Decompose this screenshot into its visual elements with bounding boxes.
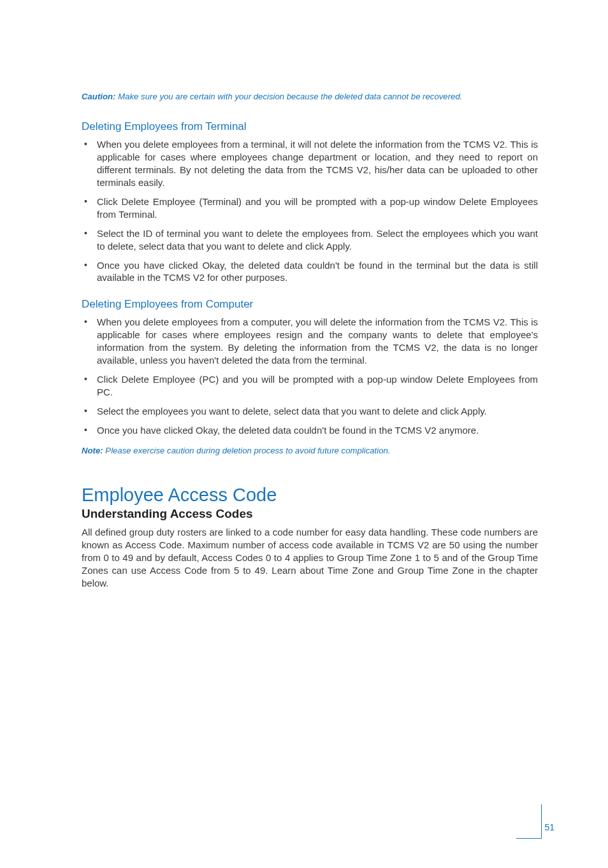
section1-title: Deleting Employees from Terminal [82, 120, 538, 133]
list-item: Click Delete Employee (PC) and you will … [82, 373, 538, 399]
list-item: Once you have clicked Okay, the deleted … [82, 259, 538, 285]
page-decoration [516, 838, 542, 839]
page-number: 51 [544, 822, 554, 832]
list-item: Once you have clicked Okay, the deleted … [82, 424, 538, 437]
list-item: Select the ID of terminal you want to de… [82, 227, 538, 253]
caution-text: Make sure you are certain with your deci… [115, 92, 462, 101]
body-paragraph: All defined group duty rosters are linke… [82, 526, 538, 590]
section2-title: Deleting Employees from Computer [82, 298, 538, 311]
caution-line: Caution: Make sure you are certain with … [82, 92, 538, 101]
list-item: When you delete employees from a termina… [82, 138, 538, 189]
sub-heading: Understanding Access Codes [82, 507, 538, 521]
section2-list: When you delete employees from a compute… [82, 316, 538, 437]
note-label: Note: [82, 446, 103, 455]
note-line: Note: Please exercise caution during del… [82, 446, 538, 455]
list-item: Select the employees you want to delete,… [82, 405, 538, 418]
page-decoration [541, 804, 542, 839]
caution-label: Caution: [82, 92, 115, 101]
main-heading: Employee Access Code [82, 485, 538, 506]
section1-list: When you delete employees from a termina… [82, 138, 538, 284]
note-text: Please exercise caution during deletion … [103, 446, 391, 455]
list-item: When you delete employees from a compute… [82, 316, 538, 367]
list-item: Click Delete Employee (Terminal) and you… [82, 196, 538, 221]
